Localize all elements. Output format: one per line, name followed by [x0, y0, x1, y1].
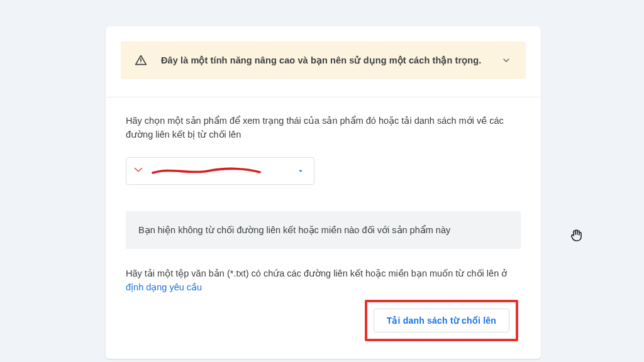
- intro-text: Hãy chọn một sản phẩm để xem trạng thái …: [126, 114, 521, 142]
- content-section: Hãy chọn một sản phẩm để xem trạng thái …: [106, 97, 541, 341]
- caret-down-icon: [296, 167, 305, 175]
- upload-instructions: Hãy tải một tệp văn bản (*.txt) có chứa …: [126, 266, 521, 295]
- product-select[interactable]: [126, 157, 314, 185]
- warning-icon: [135, 54, 147, 67]
- format-requirements-link[interactable]: định dạng yêu cầu: [126, 282, 202, 292]
- upload-disavow-list-button[interactable]: Tải danh sách từ chối lên: [374, 309, 509, 332]
- warning-message: Đây là một tính năng nâng cao và bạn nên…: [161, 55, 487, 65]
- upload-instructions-prefix: Hãy tải một tệp văn bản (*.txt) có chứa …: [126, 268, 507, 278]
- warning-banner[interactable]: Đây là một tính năng nâng cao và bạn nên…: [121, 41, 526, 79]
- button-row: Tải danh sách từ chối lên: [126, 300, 521, 341]
- hand-cursor-icon: [569, 228, 584, 243]
- main-card: Đây là một tính năng nâng cao và bạn nên…: [106, 26, 541, 359]
- annotation-highlight: Tải danh sách từ chối lên: [365, 300, 518, 341]
- chevron-down-icon: [501, 55, 512, 66]
- status-info-box: Bạn hiện không từ chối đường liên kết ho…: [126, 211, 521, 249]
- selected-product-redacted: [152, 163, 290, 178]
- site-favicon-icon: [131, 164, 145, 178]
- svg-point-1: [141, 63, 142, 63]
- status-info-text: Bạn hiện không từ chối đường liên kết ho…: [138, 225, 450, 235]
